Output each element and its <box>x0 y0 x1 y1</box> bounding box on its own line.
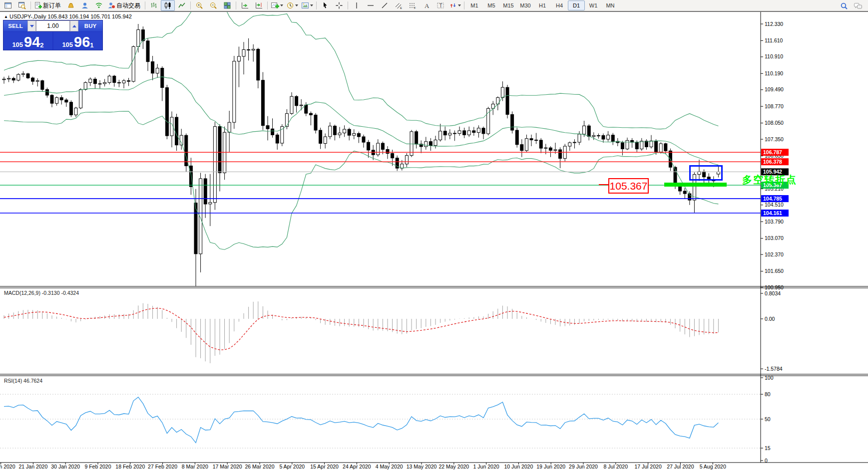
period-clock-button[interactable] <box>285 0 300 11</box>
svg-text:4 May 2020: 4 May 2020 <box>376 464 403 470</box>
volume-increase-button[interactable] <box>70 20 78 31</box>
svg-text:101.650: 101.650 <box>765 268 784 274</box>
svg-text:27 Jul 2020: 27 Jul 2020 <box>667 464 694 470</box>
add-indicator-button[interactable] <box>269 0 285 11</box>
timeframe-d1-button[interactable]: D1 <box>568 0 585 10</box>
price-axis-flag: 104.161 <box>761 210 789 217</box>
tile-windows-button[interactable] <box>220 0 234 11</box>
fibonacci-tool-button[interactable]: F <box>406 0 420 11</box>
signals-button[interactable] <box>92 0 106 11</box>
auto-scroll-button[interactable] <box>238 0 252 11</box>
svg-text:111.610: 111.610 <box>765 37 783 43</box>
macd-indicator-label: MACD(12,26,9) -0.3130 -0.4324 <box>4 290 79 296</box>
bar-chart-type-button[interactable] <box>147 0 161 11</box>
timeframe-h4-button[interactable]: H4 <box>551 0 568 10</box>
rsi-pane[interactable] <box>0 394 761 448</box>
svg-text:29 Jun 2020: 29 Jun 2020 <box>569 464 598 470</box>
volume-input[interactable] <box>36 20 70 31</box>
zoom-out-button[interactable] <box>206 0 220 11</box>
equidistant-channel-tool-button[interactable]: E <box>392 0 406 11</box>
timeframe-mn-button[interactable]: MN <box>602 0 619 10</box>
chart-shift-button[interactable] <box>252 0 266 11</box>
svg-text:102.370: 102.370 <box>765 251 784 257</box>
timeframe-h1-button[interactable]: H1 <box>534 0 551 10</box>
sell-price-display[interactable]: 105942 <box>3 32 52 50</box>
buy-price-display[interactable]: 105961 <box>53 32 102 50</box>
timeframe-m15-button[interactable]: M15 <box>500 0 517 10</box>
svg-text:24 Apr 2020: 24 Apr 2020 <box>343 464 371 470</box>
chart-canvas[interactable]: 112.330111.610110.910110.190109.490108.7… <box>0 0 868 472</box>
data-window-button[interactable] <box>15 0 29 11</box>
mt-terminal-window: 新订单 自动交易 <box>0 0 868 472</box>
timeframe-m1-button[interactable]: M1 <box>466 0 483 10</box>
timeframe-m30-button[interactable]: M30 <box>517 0 534 10</box>
svg-text:15: 15 <box>765 445 771 451</box>
macd-signal-line <box>4 308 718 350</box>
new-order-button[interactable]: 新订单 <box>32 0 64 11</box>
trendline-tool-button[interactable] <box>378 0 392 11</box>
cursor-tool-button[interactable] <box>318 0 332 11</box>
buy-button[interactable]: BUY <box>78 20 102 31</box>
market-watch-toggle-button[interactable] <box>1 0 15 11</box>
support-price-label[interactable]: 105.367 <box>608 178 649 194</box>
line-chart-type-button[interactable] <box>175 0 189 11</box>
triangle-down-icon <box>30 25 34 27</box>
rsi-indicator-label: RSI(14) 46.7624 <box>4 378 42 384</box>
timeframe-w1-button[interactable]: W1 <box>585 0 602 10</box>
chart-title: ▲ USDJPY-,Daily 105.843 106.194 105.701 … <box>4 13 132 19</box>
text-tool-button[interactable]: A <box>420 0 434 11</box>
svg-text:E: E <box>400 6 402 9</box>
svg-text:27 Feb 2020: 27 Feb 2020 <box>148 464 177 470</box>
svg-text:A: A <box>425 2 430 9</box>
market-button[interactable] <box>64 0 78 11</box>
svg-text:80: 80 <box>765 391 771 397</box>
svg-text:0.00: 0.00 <box>765 316 775 322</box>
consolidation-rectangle[interactable] <box>689 165 723 181</box>
sell-button[interactable]: SELL <box>3 20 27 31</box>
svg-text:19 Jun 2020: 19 Jun 2020 <box>536 464 565 470</box>
svg-text:108.770: 108.770 <box>765 103 784 109</box>
svg-text:104.510: 104.510 <box>765 202 784 208</box>
svg-text:104.785: 104.785 <box>763 196 782 202</box>
crosshair-tool-button[interactable] <box>332 0 346 11</box>
auto-trading-button[interactable]: 自动交易 <box>106 0 143 11</box>
svg-text:13 May 2020: 13 May 2020 <box>407 464 437 470</box>
zoom-in-button[interactable] <box>192 0 206 11</box>
macd-pane[interactable] <box>4 301 718 363</box>
sell-price-sup: 2 <box>40 42 43 49</box>
svg-text:-1.5784: -1.5784 <box>765 366 783 372</box>
symbol-period-label: USDJPY-,Daily <box>9 13 46 19</box>
templates-button[interactable] <box>300 0 315 11</box>
buy-price-big: 96 <box>74 35 90 49</box>
toolbar-separator <box>236 1 236 9</box>
volume-decrease-button[interactable] <box>27 20 36 31</box>
chat-button[interactable] <box>851 0 865 11</box>
svg-text:100.950: 100.950 <box>765 284 784 290</box>
svg-text:50: 50 <box>765 416 771 422</box>
candlestick-chart-type-button[interactable] <box>161 0 175 11</box>
one-click-trading-panel: SELL BUY 105942 105961 <box>3 20 103 50</box>
new-order-label: 新订单 <box>43 1 61 10</box>
community-button[interactable] <box>78 0 92 11</box>
svg-text:F: F <box>414 6 416 9</box>
horizontal-line-tool-button[interactable] <box>364 0 378 11</box>
toolbar-separator <box>464 1 464 9</box>
svg-text:106.787: 106.787 <box>763 149 782 155</box>
arrows-tool-button[interactable] <box>447 0 462 11</box>
add-indicator-dropdown-caret <box>280 4 283 6</box>
support-zone-highlight[interactable] <box>664 183 727 187</box>
text-label-tool-button[interactable]: T <box>434 0 447 11</box>
svg-text:8 Mar 2020: 8 Mar 2020 <box>182 464 208 470</box>
svg-text:106.378: 106.378 <box>763 159 782 165</box>
turning-point-annotation[interactable]: 多空转折点 <box>742 173 797 187</box>
svg-text:5 Aug 2020: 5 Aug 2020 <box>700 464 726 470</box>
ohlc-values: 105.843 106.194 105.701 105.942 <box>48 13 132 19</box>
timeframe-m5-button[interactable]: M5 <box>483 0 500 10</box>
svg-text:0: 0 <box>765 458 768 464</box>
one-click-collapse-icon[interactable]: ▲ <box>4 14 8 19</box>
triangle-up-icon <box>72 25 76 27</box>
search-button[interactable] <box>837 0 851 11</box>
rsi-line <box>4 397 718 443</box>
main-price-pane[interactable] <box>0 0 761 286</box>
vertical-line-tool-button[interactable] <box>350 0 364 11</box>
